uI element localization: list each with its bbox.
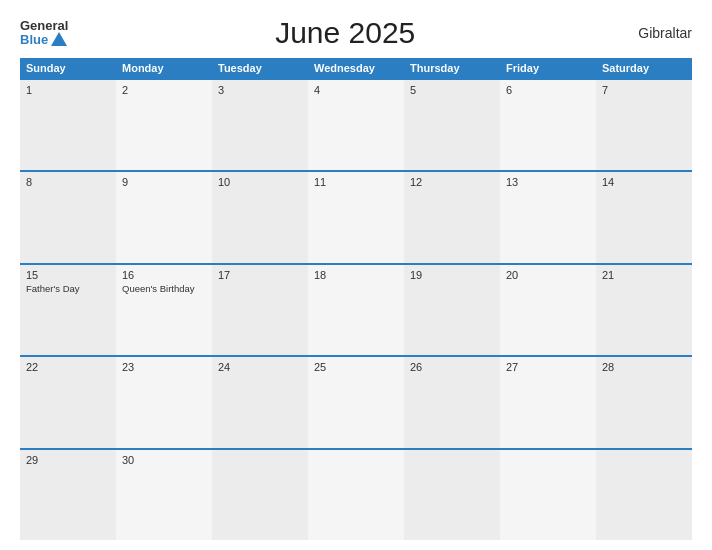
week-row-1: 1234567 xyxy=(20,78,692,170)
day-number: 23 xyxy=(122,361,206,373)
day-cell-1-5: 5 xyxy=(404,80,500,170)
day-number: 30 xyxy=(122,454,206,466)
day-headers-row: Sunday Monday Tuesday Wednesday Thursday… xyxy=(20,58,692,78)
day-cell-1-2: 2 xyxy=(116,80,212,170)
day-event: Queen's Birthday xyxy=(122,283,206,295)
day-cell-3-5: 19 xyxy=(404,265,500,355)
day-cell-1-6: 6 xyxy=(500,80,596,170)
day-number: 10 xyxy=(218,176,302,188)
day-cell-5-7 xyxy=(596,450,692,540)
day-number: 3 xyxy=(218,84,302,96)
day-number: 16 xyxy=(122,269,206,281)
logo-blue-text: Blue xyxy=(20,32,68,47)
day-cell-4-4: 25 xyxy=(308,357,404,447)
day-number: 18 xyxy=(314,269,398,281)
day-number: 29 xyxy=(26,454,110,466)
day-cell-2-1: 8 xyxy=(20,172,116,262)
day-header-tuesday: Tuesday xyxy=(212,58,308,78)
day-cell-2-3: 10 xyxy=(212,172,308,262)
day-cell-4-1: 22 xyxy=(20,357,116,447)
day-number: 5 xyxy=(410,84,494,96)
day-cell-5-4 xyxy=(308,450,404,540)
day-cell-5-3 xyxy=(212,450,308,540)
day-number: 1 xyxy=(26,84,110,96)
day-cell-4-6: 27 xyxy=(500,357,596,447)
day-cell-2-5: 12 xyxy=(404,172,500,262)
day-cell-4-2: 23 xyxy=(116,357,212,447)
day-number: 13 xyxy=(506,176,590,188)
day-cell-3-7: 21 xyxy=(596,265,692,355)
day-cell-2-6: 13 xyxy=(500,172,596,262)
week-row-3: 15Father's Day16Queen's Birthday17181920… xyxy=(20,263,692,355)
day-cell-4-5: 26 xyxy=(404,357,500,447)
day-header-sunday: Sunday xyxy=(20,58,116,78)
week-row-4: 22232425262728 xyxy=(20,355,692,447)
day-cell-3-6: 20 xyxy=(500,265,596,355)
day-cell-4-3: 24 xyxy=(212,357,308,447)
week-row-5: 2930 xyxy=(20,448,692,540)
day-cell-3-3: 17 xyxy=(212,265,308,355)
day-number: 6 xyxy=(506,84,590,96)
day-cell-1-4: 4 xyxy=(308,80,404,170)
day-number: 26 xyxy=(410,361,494,373)
day-number: 17 xyxy=(218,269,302,281)
day-number: 11 xyxy=(314,176,398,188)
day-header-thursday: Thursday xyxy=(404,58,500,78)
day-number: 8 xyxy=(26,176,110,188)
day-cell-2-4: 11 xyxy=(308,172,404,262)
day-number: 12 xyxy=(410,176,494,188)
day-header-wednesday: Wednesday xyxy=(308,58,404,78)
day-header-friday: Friday xyxy=(500,58,596,78)
calendar: Sunday Monday Tuesday Wednesday Thursday… xyxy=(20,58,692,540)
day-number: 24 xyxy=(218,361,302,373)
day-cell-3-2: 16Queen's Birthday xyxy=(116,265,212,355)
day-number: 19 xyxy=(410,269,494,281)
day-number: 20 xyxy=(506,269,590,281)
day-cell-3-1: 15Father's Day xyxy=(20,265,116,355)
page-title: June 2025 xyxy=(68,16,622,50)
week-row-2: 891011121314 xyxy=(20,170,692,262)
day-number: 14 xyxy=(602,176,686,188)
day-number: 27 xyxy=(506,361,590,373)
day-header-monday: Monday xyxy=(116,58,212,78)
day-cell-4-7: 28 xyxy=(596,357,692,447)
day-cell-2-7: 14 xyxy=(596,172,692,262)
day-number: 7 xyxy=(602,84,686,96)
day-cell-2-2: 9 xyxy=(116,172,212,262)
day-cell-1-1: 1 xyxy=(20,80,116,170)
day-number: 2 xyxy=(122,84,206,96)
logo-triangle-icon xyxy=(51,32,67,46)
day-cell-5-6 xyxy=(500,450,596,540)
country-label: Gibraltar xyxy=(622,25,692,41)
day-number: 4 xyxy=(314,84,398,96)
header: General Blue June 2025 Gibraltar xyxy=(20,16,692,50)
calendar-page: General Blue June 2025 Gibraltar Sunday … xyxy=(0,0,712,550)
day-cell-3-4: 18 xyxy=(308,265,404,355)
day-cell-1-7: 7 xyxy=(596,80,692,170)
day-number: 9 xyxy=(122,176,206,188)
day-cell-5-1: 29 xyxy=(20,450,116,540)
day-cell-5-2: 30 xyxy=(116,450,212,540)
day-cell-5-5 xyxy=(404,450,500,540)
day-number: 28 xyxy=(602,361,686,373)
logo: General Blue xyxy=(20,19,68,47)
day-number: 25 xyxy=(314,361,398,373)
calendar-weeks: 123456789101112131415Father's Day16Queen… xyxy=(20,78,692,540)
day-number: 21 xyxy=(602,269,686,281)
day-event: Father's Day xyxy=(26,283,110,295)
day-cell-1-3: 3 xyxy=(212,80,308,170)
logo-general-text: General xyxy=(20,19,68,32)
day-number: 22 xyxy=(26,361,110,373)
day-header-saturday: Saturday xyxy=(596,58,692,78)
day-number: 15 xyxy=(26,269,110,281)
